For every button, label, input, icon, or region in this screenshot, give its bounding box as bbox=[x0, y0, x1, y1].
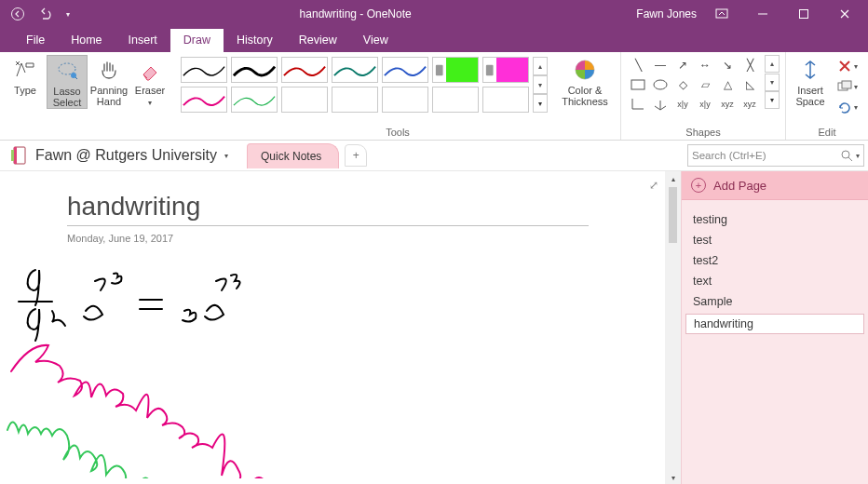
tab-view[interactable]: View bbox=[350, 29, 401, 52]
tab-draw[interactable]: Draw bbox=[170, 29, 224, 52]
pen-empty-3[interactable] bbox=[382, 87, 428, 113]
shape-graph-xyz[interactable]: xyz bbox=[718, 96, 737, 113]
type-tool-button[interactable]: Type bbox=[6, 55, 45, 96]
page-item[interactable]: text bbox=[682, 271, 868, 291]
notebook-name: Fawn @ Rutgers University bbox=[35, 147, 217, 164]
color-thickness-button[interactable]: Color & Thickness bbox=[555, 55, 615, 107]
page-canvas[interactable]: ⤢ handwriting Monday, June 19, 2017 bbox=[0, 171, 681, 484]
shape-arrow-down[interactable]: ↘ bbox=[718, 57, 737, 74]
svg-rect-6 bbox=[486, 65, 494, 76]
title-bar: ▾ handwriting - OneNote Fawn Jones bbox=[0, 0, 868, 28]
svg-rect-2 bbox=[800, 10, 808, 19]
shape-graph-xy[interactable]: x|y bbox=[673, 96, 692, 113]
pen-black-thin[interactable] bbox=[181, 57, 227, 83]
shape-ellipse[interactable] bbox=[651, 76, 670, 93]
shapes-group-label: Shapes bbox=[627, 127, 780, 140]
rotate-button[interactable]: ▾ bbox=[834, 98, 861, 116]
pen-empty-2[interactable] bbox=[332, 87, 378, 113]
qat-customize-icon[interactable]: ▾ bbox=[61, 3, 75, 25]
pen-gallery-more[interactable]: ▾ bbox=[533, 94, 548, 113]
back-button[interactable] bbox=[6, 3, 30, 25]
pen-green-thin[interactable] bbox=[231, 87, 278, 113]
tab-insert[interactable]: Insert bbox=[115, 29, 170, 52]
highlighter-pink[interactable] bbox=[482, 57, 529, 83]
tab-file[interactable]: File bbox=[13, 29, 58, 52]
tab-history[interactable]: History bbox=[224, 29, 286, 52]
ribbon-group-shapes: ╲ — ↗ ↔ ↘ ╳ ◇ ▱ △ ◺ x|y x|y xyz xyz ▴ bbox=[621, 52, 786, 140]
undo-button[interactable] bbox=[34, 3, 58, 25]
shapes-gallery-down[interactable]: ▾ bbox=[765, 74, 780, 91]
pen-black-med[interactable] bbox=[231, 57, 278, 83]
svg-rect-5 bbox=[436, 65, 443, 76]
notebook-bar: Fawn @ Rutgers University ▾ Quick Notes … bbox=[0, 141, 868, 171]
ribbon-group-edit: Insert Space ▾ ▾ ▾ Edit bbox=[786, 52, 868, 140]
lasso-label: Lasso Select bbox=[47, 86, 87, 108]
section-tab-quick-notes[interactable]: Quick Notes bbox=[247, 143, 339, 168]
shape-line-dl[interactable]: ╲ bbox=[629, 57, 647, 74]
page-item[interactable]: test bbox=[682, 230, 868, 250]
pen-gallery bbox=[181, 55, 529, 113]
ribbon-display-button[interactable] bbox=[706, 3, 738, 25]
page-item[interactable]: Sample bbox=[682, 291, 868, 312]
shape-triangle[interactable]: △ bbox=[718, 76, 737, 93]
eraser-button[interactable]: Eraser▾ bbox=[130, 55, 170, 109]
scroll-thumb[interactable] bbox=[669, 187, 677, 243]
svg-rect-15 bbox=[14, 147, 17, 164]
shape-parallelogram[interactable]: ▱ bbox=[696, 76, 714, 93]
notebook-picker[interactable]: Fawn @ Rutgers University ▾ bbox=[0, 146, 239, 165]
vertical-scrollbar[interactable]: ▴ ▾ bbox=[665, 171, 681, 484]
shape-graph-xy2[interactable]: x|y bbox=[696, 96, 714, 113]
shape-axes-3d[interactable] bbox=[651, 96, 670, 113]
insert-space-button[interactable]: Insert Space bbox=[792, 55, 829, 107]
pen-red[interactable] bbox=[281, 57, 328, 83]
search-input[interactable]: Search (Ctrl+E) ▾ bbox=[687, 144, 864, 167]
maximize-button[interactable] bbox=[788, 3, 820, 25]
shape-right-triangle[interactable]: ◺ bbox=[740, 76, 759, 93]
add-page-button[interactable]: + Add Page bbox=[682, 171, 868, 200]
chevron-down-icon: ▾ bbox=[224, 152, 228, 160]
page-item[interactable]: test2 bbox=[682, 250, 868, 271]
tab-review[interactable]: Review bbox=[286, 29, 350, 52]
shapes-gallery: ╲ — ↗ ↔ ↘ ╳ ◇ ▱ △ ◺ x|y x|y xyz xyz bbox=[627, 55, 761, 113]
shape-rect[interactable] bbox=[629, 76, 647, 93]
shapes-gallery-up[interactable]: ▴ bbox=[765, 55, 780, 73]
add-page-label: Add Page bbox=[713, 179, 766, 193]
pen-magenta[interactable] bbox=[181, 87, 227, 113]
quick-access-toolbar: ▾ bbox=[0, 3, 75, 25]
shape-graph-xyz2[interactable]: xyz bbox=[740, 96, 759, 113]
shape-axes-2d[interactable] bbox=[629, 96, 647, 113]
arrange-button[interactable]: ▾ bbox=[834, 77, 861, 96]
shape-arrow[interactable]: ↗ bbox=[673, 57, 692, 74]
pen-empty-4[interactable] bbox=[432, 87, 479, 113]
pen-empty-5[interactable] bbox=[482, 87, 529, 113]
color-thickness-label: Color & Thickness bbox=[555, 85, 615, 107]
group-blank-label bbox=[6, 127, 170, 140]
edit-group-label: Edit bbox=[792, 127, 862, 140]
page-item[interactable]: testing bbox=[682, 209, 868, 230]
delete-button[interactable]: ▾ bbox=[834, 57, 861, 75]
tab-home[interactable]: Home bbox=[58, 29, 115, 52]
pen-teal[interactable] bbox=[332, 57, 378, 83]
pen-blue[interactable] bbox=[382, 57, 428, 83]
pen-gallery-down[interactable]: ▾ bbox=[533, 75, 548, 94]
pen-empty-1[interactable] bbox=[281, 87, 328, 113]
highlighter-green[interactable] bbox=[432, 57, 479, 83]
search-scope-chevron[interactable]: ▾ bbox=[856, 152, 860, 160]
shape-line-cross[interactable]: ╳ bbox=[740, 57, 759, 74]
lasso-select-button[interactable]: Lasso Select bbox=[47, 55, 88, 109]
page-item-selected[interactable]: handwriting bbox=[685, 314, 864, 334]
panning-hand-button[interactable]: Panning Hand bbox=[89, 55, 129, 107]
add-section-button[interactable]: + bbox=[345, 144, 367, 167]
scroll-up-icon[interactable]: ▴ bbox=[671, 175, 675, 183]
shapes-gallery-more[interactable]: ▾ bbox=[765, 91, 780, 109]
shape-diamond[interactable]: ◇ bbox=[673, 76, 692, 93]
minimize-button[interactable] bbox=[747, 3, 779, 25]
scroll-down-icon[interactable]: ▾ bbox=[671, 474, 675, 482]
user-name[interactable]: Fawn Jones bbox=[636, 7, 697, 20]
shape-line-h[interactable]: — bbox=[651, 57, 670, 74]
pen-gallery-up[interactable]: ▴ bbox=[533, 57, 548, 75]
workspace: ⤢ handwriting Monday, June 19, 2017 bbox=[0, 171, 868, 484]
shape-arrow-both[interactable]: ↔ bbox=[696, 57, 714, 74]
ink-layer bbox=[0, 171, 661, 478]
close-button[interactable] bbox=[829, 3, 861, 25]
